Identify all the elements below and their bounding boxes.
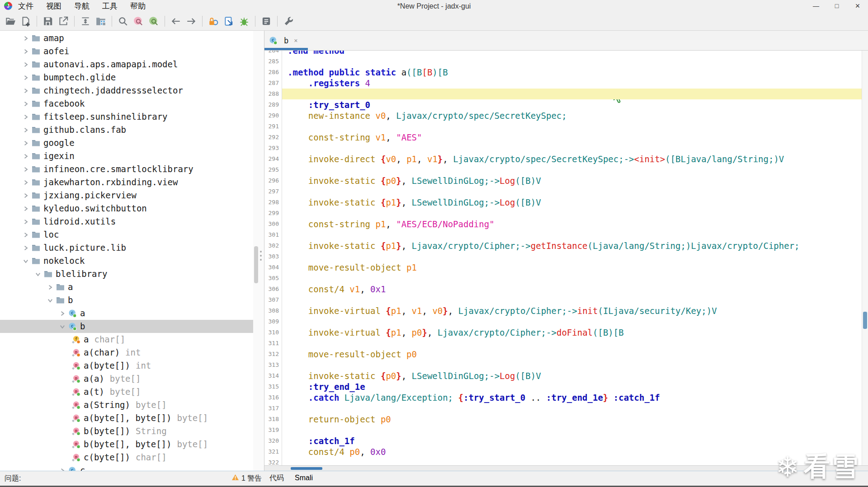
quark-analysis-button[interactable] bbox=[222, 14, 236, 28]
tree-item-folder-bumptech_glide[interactable]: bumptech.glide bbox=[0, 71, 253, 84]
tree-item-method-b_byte_byte_[interactable]: mb(byte[], byte[])byte[] bbox=[0, 438, 253, 451]
tree-item-class-a[interactable]: ca bbox=[0, 307, 253, 320]
minimize-button[interactable]: — bbox=[806, 0, 826, 12]
tree-item-folder-chingtech_jdaddressselector[interactable]: chingtech.jdaddressselector bbox=[0, 84, 253, 97]
chevron-down-icon[interactable] bbox=[23, 258, 29, 264]
menu-帮助[interactable]: 帮助 bbox=[130, 1, 146, 11]
tree-item-folder-fitsleep_sunshinelibrary[interactable]: fitsleep.sunshinelibrary bbox=[0, 110, 253, 123]
chevron-right-icon[interactable] bbox=[47, 285, 53, 290]
tree-item-folder-lidroid_xutils[interactable]: lidroid.xutils bbox=[0, 215, 253, 228]
chevron-right-icon[interactable] bbox=[23, 75, 29, 80]
tree-item-method-a_String_[interactable]: ma(String)byte[] bbox=[0, 398, 253, 412]
bottom-tab-代码[interactable]: 代码 bbox=[269, 471, 284, 485]
flat-packages-button[interactable] bbox=[94, 14, 108, 28]
tree-item-folder-jzxiang_pickerview[interactable]: jzxiang.pickerview bbox=[0, 189, 253, 202]
maximize-button[interactable]: □ bbox=[826, 0, 847, 12]
export-button[interactable] bbox=[56, 14, 71, 28]
tree-item-folder-blelibrary[interactable]: blelibrary bbox=[0, 267, 253, 281]
line-number: 305 bbox=[264, 273, 279, 284]
menu-文件[interactable]: 文件 bbox=[18, 1, 33, 11]
global-search-button[interactable] bbox=[116, 14, 130, 28]
tree-item-method-a_byte_byte_[interactable]: ma(byte[], byte[])byte[] bbox=[0, 412, 253, 425]
nav-back-button[interactable] bbox=[169, 14, 183, 28]
tree-item-method-c_byte_[interactable]: mc(byte[])char[] bbox=[0, 451, 253, 464]
preferences-button[interactable] bbox=[281, 14, 296, 28]
chevron-right-icon[interactable] bbox=[23, 88, 29, 94]
warning-counter[interactable]: 1 警告 bbox=[231, 471, 262, 486]
menu-导航[interactable]: 导航 bbox=[74, 1, 90, 11]
class-icon: c bbox=[68, 322, 77, 331]
chevron-down-icon[interactable] bbox=[35, 272, 41, 277]
close-button[interactable]: × bbox=[847, 0, 868, 12]
nav-forward-button[interactable] bbox=[184, 14, 198, 28]
tree-item-folder-luck_picture_lib[interactable]: luck.picture.lib bbox=[0, 241, 253, 254]
chevron-right-icon[interactable] bbox=[23, 154, 29, 159]
tree-item-folder-igexin[interactable]: igexin bbox=[0, 150, 253, 163]
tab-class-b[interactable]: c b × bbox=[269, 33, 297, 48]
chevron-right-icon[interactable] bbox=[23, 49, 29, 54]
chevron-right-icon[interactable] bbox=[23, 167, 29, 172]
line-number: 310 bbox=[264, 327, 279, 338]
show-log-button[interactable] bbox=[259, 14, 274, 28]
chevron-right-icon[interactable] bbox=[23, 232, 29, 238]
package-tree-panel[interactable]: amapaofeiautonavi.aps.amapapi.modelbumpt… bbox=[0, 31, 253, 471]
tree-item-folder-infineon_cre_smartlocklibrary[interactable]: infineon.cre.smartlocklibrary bbox=[0, 163, 253, 176]
code-token: const-string bbox=[288, 132, 370, 142]
tree-item-folder-loc[interactable]: loc bbox=[0, 228, 253, 241]
tree-item-method-b_byte_[interactable]: mb(byte[])String bbox=[0, 425, 253, 438]
tree-item-folder-kyleduo_switchbutton[interactable]: kyleduo.switchbutton bbox=[0, 202, 253, 215]
class-search-button[interactable] bbox=[131, 14, 146, 28]
deobfuscation-button[interactable] bbox=[206, 14, 221, 28]
editor-bottom-strip[interactable] bbox=[264, 465, 868, 471]
chevron-right-icon[interactable] bbox=[23, 114, 29, 120]
bottom-tab-Smali[interactable]: Smali bbox=[295, 471, 313, 485]
chevron-right-icon[interactable] bbox=[23, 140, 29, 146]
smali-code-editor[interactable]: 284.end method285286.method public stati… bbox=[264, 51, 862, 465]
editor-vertical-scrollbar[interactable] bbox=[862, 51, 868, 465]
add-files-button[interactable] bbox=[19, 14, 33, 28]
save-project-button[interactable] bbox=[41, 14, 55, 28]
chevron-right-icon[interactable] bbox=[23, 36, 29, 41]
code-token: , bbox=[396, 154, 406, 164]
chevron-right-icon[interactable] bbox=[60, 311, 66, 316]
tree-item-method-a_byte_[interactable]: ma(byte[])int bbox=[0, 359, 253, 372]
chevron-right-icon[interactable] bbox=[23, 193, 29, 198]
menu-工具[interactable]: 工具 bbox=[102, 1, 118, 11]
tree-item-folder-google[interactable]: google bbox=[0, 136, 253, 150]
tree-item-method-a_a_[interactable]: ma(a)byte[] bbox=[0, 372, 253, 385]
tree-item-folder-amap[interactable]: amap bbox=[0, 32, 253, 45]
chevron-right-icon[interactable] bbox=[23, 180, 29, 185]
tree-item-folder-a[interactable]: a bbox=[0, 281, 253, 294]
chevron-right-icon[interactable] bbox=[23, 62, 29, 67]
splitter-grip[interactable] bbox=[260, 251, 262, 262]
reload-fit-button[interactable] bbox=[78, 14, 93, 28]
tree-item-method-a_t_[interactable]: ma(t)byte[] bbox=[0, 385, 253, 398]
open-file-button[interactable] bbox=[3, 14, 18, 28]
tree-item-folder-jakewharton_rxbinding_view[interactable]: jakewharton.rxbinding.view bbox=[0, 176, 253, 189]
tree-scrollbar-thumb[interactable] bbox=[254, 246, 258, 283]
comment-search-button[interactable] bbox=[146, 14, 161, 28]
chevron-right-icon[interactable] bbox=[23, 245, 29, 251]
tree-item-folder-facebook[interactable]: facebook bbox=[0, 97, 253, 110]
panel-splitter[interactable] bbox=[253, 31, 264, 471]
tree-item-folder-aofei[interactable]: aofei bbox=[0, 45, 253, 58]
tree-item-class-c[interactable]: cc bbox=[0, 464, 253, 471]
tree-item-folder-b[interactable]: b bbox=[0, 294, 253, 307]
tree-item-folder-nokelock[interactable]: nokelock bbox=[0, 254, 253, 267]
tree-item-method-a_char_[interactable]: ma(char)int bbox=[0, 346, 253, 359]
menu-视图[interactable]: 视图 bbox=[46, 1, 61, 11]
tree-item-folder-autonavi_aps_amapapi_model[interactable]: autonavi.aps.amapapi.model bbox=[0, 58, 253, 71]
smali-debugger-button[interactable] bbox=[237, 14, 251, 28]
tab-close-icon[interactable]: × bbox=[294, 37, 297, 44]
chevron-right-icon[interactable] bbox=[23, 219, 29, 225]
tree-item-folder-github_clans_fab[interactable]: github.clans.fab bbox=[0, 123, 253, 136]
code-token: } bbox=[438, 154, 443, 164]
tree-item-class-b[interactable]: cb bbox=[0, 320, 253, 333]
chevron-right-icon[interactable] bbox=[23, 127, 29, 133]
tree-item-field-a[interactable]: fachar[] bbox=[0, 333, 253, 346]
chevron-right-icon[interactable] bbox=[23, 101, 29, 107]
chevron-down-icon[interactable] bbox=[60, 324, 66, 329]
chevron-right-icon[interactable] bbox=[23, 206, 29, 211]
chevron-down-icon[interactable] bbox=[47, 298, 53, 303]
vertical-scrollbar-thumb[interactable] bbox=[863, 312, 867, 329]
